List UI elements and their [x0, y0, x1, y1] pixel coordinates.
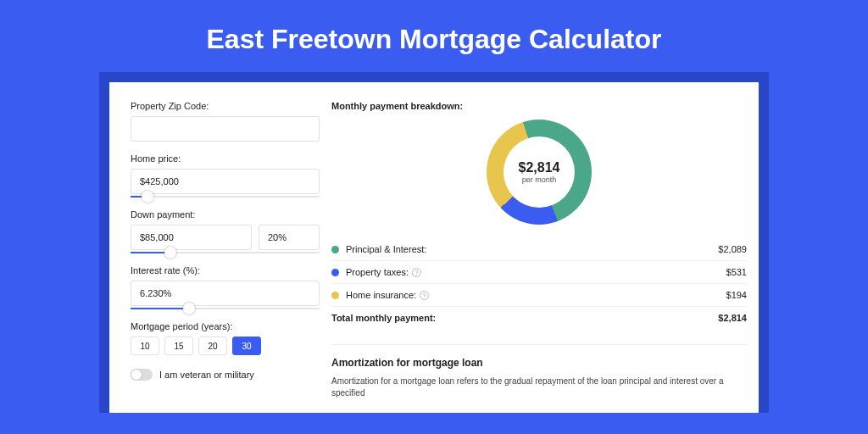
legend-label: Principal & Interest: [346, 244, 426, 254]
amortization-body: Amortization for a mortgage loan refers … [331, 376, 747, 399]
breakdown-column: Monthly payment breakdown: $2,814 per mo… [331, 82, 747, 399]
home-price-label: Home price: [131, 153, 320, 164]
veteran-toggle-label: I am veteran or military [159, 370, 254, 380]
home-price-slider[interactable] [131, 196, 320, 198]
home-price-input[interactable] [131, 169, 320, 194]
home-price-block: Home price: [131, 153, 320, 198]
interest-rate-slider-thumb[interactable] [183, 303, 195, 314]
home-price-slider-thumb[interactable] [142, 191, 153, 203]
period-option-10[interactable]: 10 [131, 337, 159, 355]
legend-list: Principal & Interest:$2,089Property taxe… [331, 238, 747, 307]
card-frame: Property Zip Code: Home price: Down paym… [99, 72, 769, 413]
veteran-toggle[interactable] [131, 369, 153, 381]
breakdown-title: Monthly payment breakdown: [331, 101, 747, 111]
legend-value: $531 [726, 267, 747, 277]
legend-row: Principal & Interest:$2,089 [331, 238, 747, 261]
legend-dot-icon [331, 269, 339, 276]
donut-center: $2,814 per month [504, 136, 575, 208]
veteran-toggle-knob [131, 370, 142, 380]
donut-chart-wrap: $2,814 per month [331, 120, 747, 225]
total-value: $2,814 [718, 313, 747, 323]
legend-row: Property taxes:?$531 [331, 261, 747, 284]
veteran-toggle-row: I am veteran or military [131, 369, 320, 381]
zip-field-block: Property Zip Code: [131, 101, 320, 142]
legend-row-total: Total monthly payment: $2,814 [331, 307, 747, 329]
legend-value: $194 [726, 290, 747, 300]
interest-rate-input[interactable] [131, 281, 320, 306]
zip-input[interactable] [131, 116, 320, 142]
info-icon[interactable]: ? [412, 268, 421, 277]
page-title: East Freetown Mortgage Calculator [0, 0, 868, 72]
down-payment-block: Down payment: [131, 209, 320, 253]
legend-dot-icon [331, 292, 339, 299]
legend-label: Property taxes: [346, 267, 409, 277]
donut-center-label: per month [522, 175, 557, 184]
legend-dot-icon [331, 246, 339, 253]
form-column: Property Zip Code: Home price: Down paym… [109, 82, 328, 399]
legend-value: $2,089 [718, 244, 747, 254]
interest-rate-label: Interest rate (%): [131, 265, 320, 275]
interest-rate-block: Interest rate (%): [131, 265, 320, 309]
mortgage-period-options: 10 15 20 30 [131, 337, 320, 355]
amortization-section: Amortization for mortgage loan Amortizat… [331, 344, 747, 399]
down-payment-slider[interactable] [131, 252, 320, 253]
period-option-30[interactable]: 30 [232, 337, 261, 355]
amortization-title: Amortization for mortgage loan [331, 357, 747, 369]
mortgage-period-block: Mortgage period (years): 10 15 20 30 [131, 321, 320, 355]
down-payment-percent-input[interactable] [259, 225, 320, 250]
down-payment-label: Down payment: [131, 209, 320, 220]
donut-chart: $2,814 per month [487, 120, 592, 225]
donut-center-value: $2,814 [519, 160, 560, 175]
total-label: Total monthly payment: [331, 313, 436, 323]
period-option-20[interactable]: 20 [198, 337, 227, 355]
mortgage-period-label: Mortgage period (years): [131, 321, 320, 331]
legend-label: Home insurance: [346, 290, 416, 300]
zip-label: Property Zip Code: [131, 101, 320, 111]
calculator-card: Property Zip Code: Home price: Down paym… [109, 82, 759, 413]
down-payment-amount-input[interactable] [131, 225, 252, 250]
info-icon[interactable]: ? [420, 291, 429, 300]
period-option-15[interactable]: 15 [164, 337, 193, 355]
interest-rate-slider[interactable] [131, 308, 320, 309]
legend-row: Home insurance:?$194 [331, 284, 747, 307]
down-payment-slider-thumb[interactable] [164, 247, 176, 259]
